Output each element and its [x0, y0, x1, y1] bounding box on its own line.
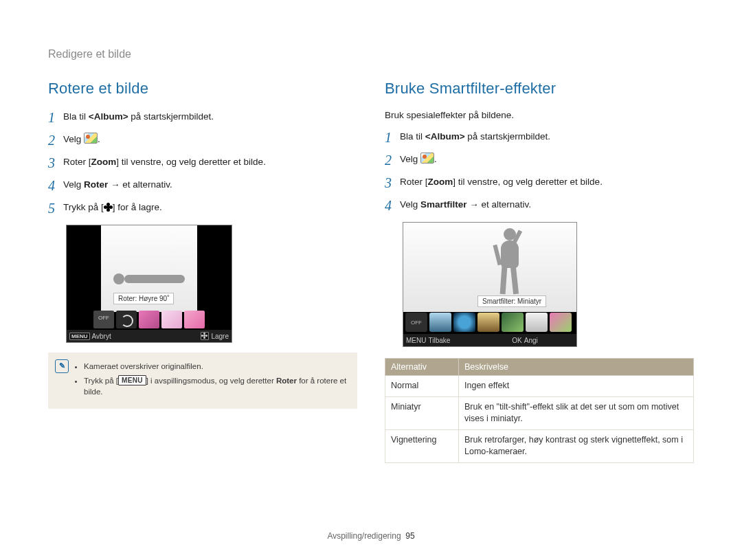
step-num: 2 [48, 133, 63, 147]
table-header-description: Beskrivelse [459, 359, 694, 376]
thumb-preview [429, 313, 451, 332]
option-desc: Ingen effekt [459, 376, 694, 397]
note-item: Kameraet overskriver originalfilen. [84, 361, 349, 372]
step-text: Velg Roter → et alternativ. [63, 178, 172, 192]
menu-key-icon: MENU [69, 333, 90, 340]
step-num: 2 [385, 153, 400, 167]
step-num: 1 [48, 111, 63, 124]
breadcrumb: Redigere et bilde [48, 48, 694, 60]
palette-icon [84, 133, 98, 144]
step-num: 4 [48, 179, 63, 192]
silhouette-person-icon [486, 228, 541, 304]
note-box: ✎ Kameraet overskriver originalfilen. Tr… [48, 352, 357, 409]
lcd-thumb-row [67, 309, 232, 330]
camera-screen-rotate: Roter: Høyre 90˚ MENUAvbryt Lagre [66, 225, 232, 343]
lcd-photo: Smartfilter: Miniatyr [403, 223, 576, 312]
step-text: Bla til <Album> på startskjermbildet. [63, 110, 214, 124]
step-text: Velg . [400, 153, 437, 166]
lcd-thumb-row [403, 311, 576, 334]
lcd-left-action: Tilbake [428, 337, 450, 344]
menu-key-icon: MENU [406, 337, 426, 344]
step-num: 3 [385, 176, 400, 190]
option-name: Normal [385, 376, 459, 397]
ok-key-icon: OK [512, 337, 521, 344]
note-item: Trykk på [MENU] i avspillingsmodus, og v… [84, 375, 349, 398]
footer-section: Avspilling/redigering [327, 531, 401, 541]
table-row: Normal Ingen effekt [385, 376, 694, 397]
step-text: Trykk på [] for å lagre. [63, 201, 162, 214]
thumb-rotate-icon [116, 311, 137, 328]
step-text: Roter [Zoom] til venstre, og velg derett… [400, 175, 603, 189]
thumb-preview [184, 311, 205, 328]
options-table: Alternativ Beskrivelse Normal Ingen effe… [385, 358, 694, 463]
thumb-preview [526, 313, 548, 332]
lcd-right-action: Lagre [211, 333, 229, 340]
option-name: Miniatyr [385, 396, 459, 429]
step-text: Velg . [63, 133, 100, 146]
step-num: 3 [48, 156, 63, 170]
lcd-right-action: Angi [524, 337, 538, 344]
step-num: 4 [385, 199, 400, 212]
thumb-preview [502, 313, 524, 332]
step-text: Roter [Zoom] til venstre, og velg derett… [63, 155, 266, 169]
silhouette-lying-icon [113, 268, 185, 289]
column-left: Rotere et bilde 1 Bla til <Album> på sta… [48, 80, 357, 463]
lcd-action-bar: MENUAvbryt Lagre [67, 330, 232, 342]
lcd-tooltip: Roter: Høyre 90˚ [113, 293, 174, 304]
step-text: Velg Smartfilter → et alternativ. [400, 198, 531, 212]
page-number: 95 [405, 531, 414, 541]
steps-smartfilter: 1 Bla til <Album> på startskjermbildet. … [385, 130, 694, 212]
thumb-preview [453, 313, 475, 332]
table-row: Miniatyr Bruk en "tilt-shift"-effekt sli… [385, 396, 694, 429]
lcd-left-action: Avbryt [92, 333, 111, 340]
table-header-option: Alternativ [385, 359, 459, 376]
thumb-preview [550, 313, 572, 332]
lcd-tooltip: Smartfilter: Miniatyr [477, 295, 546, 307]
page-footer: Avspilling/redigering 95 [0, 531, 742, 541]
option-name: Vignettering [385, 429, 459, 462]
menu-key-icon: MENU [118, 375, 146, 385]
thumb-preview [139, 311, 159, 328]
camera-screen-smartfilter: Smartfilter: Miniatyr MENUTilbake OKAngi [403, 222, 577, 347]
palette-icon [420, 153, 434, 164]
heading-rotate: Rotere et bilde [48, 80, 357, 98]
thumb-off [93, 311, 114, 328]
flower-icon [104, 203, 113, 212]
step-num: 1 [385, 131, 400, 144]
table-row: Vignettering Bruk retrofarger, høy kontr… [385, 429, 694, 462]
steps-rotate: 1 Bla til <Album> på startskjermbildet. … [48, 110, 357, 215]
heading-smartfilter: Bruke Smartfilter-effekter [385, 80, 694, 98]
lcd-action-bar: MENUTilbake OKAngi [403, 334, 576, 346]
thumb-preview [161, 311, 182, 328]
thumb-off [405, 313, 427, 332]
intro-text: Bruk spesialeffekter på bildene. [385, 110, 694, 120]
step-num: 5 [48, 201, 63, 215]
column-right: Bruke Smartfilter-effekter Bruk spesiale… [385, 80, 694, 463]
step-text: Bla til <Album> på startskjermbildet. [400, 130, 550, 144]
lcd-photo: Roter: Høyre 90˚ [101, 225, 197, 312]
thumb-preview [477, 313, 499, 332]
flower-key-icon [201, 332, 209, 340]
option-desc: Bruk en "tilt-shift"-effekt slik at det … [459, 396, 694, 429]
note-icon: ✎ [55, 359, 69, 373]
option-desc: Bruk retrofarger, høy kontrast og sterk … [459, 429, 694, 462]
